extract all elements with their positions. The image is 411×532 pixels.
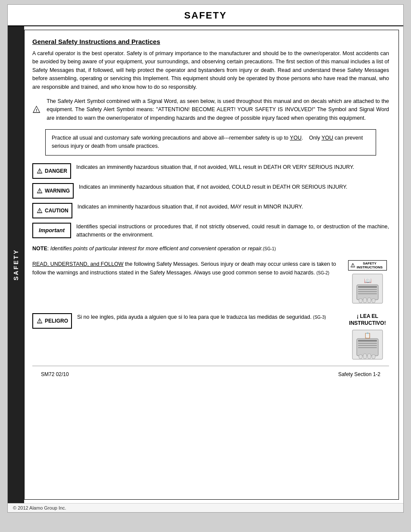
svg-text:!: !	[39, 169, 40, 173]
svg-text:!: !	[352, 264, 353, 267]
svg-rect-17	[358, 286, 377, 288]
signal-row-important: Important Identifies special instruction…	[32, 223, 389, 240]
warning-description: Indicates an imminently hazardous situat…	[79, 183, 347, 191]
svg-text:!: !	[36, 108, 37, 112]
svg-rect-35	[359, 355, 362, 359]
safety-instructions-label: ! SAFETYINSTRUCTIONS	[348, 260, 387, 271]
caution-description: Indicates an imminently hazardous situat…	[78, 203, 303, 211]
svg-rect-21	[359, 299, 362, 303]
note-ref: (SG-1)	[263, 246, 276, 251]
svg-rect-32	[358, 343, 377, 344]
svg-rect-23	[367, 298, 371, 303]
caution-badge: ! CAUTION	[32, 203, 72, 218]
svg-rect-18	[358, 289, 377, 290]
alert-symbol-row: ! The Safety Alert Symbol combined with …	[32, 97, 389, 122]
svg-rect-37	[367, 354, 371, 359]
caution-triangle-icon: !	[36, 207, 43, 214]
svg-text:!: !	[39, 189, 40, 193]
svg-rect-19	[358, 291, 377, 292]
content-footer: SM72 02/10 Safety Section 1-2	[32, 366, 389, 380]
alert-triangle-large-icon: !	[32, 97, 40, 121]
signal-row-danger: ! DANGER Indicates an imminently hazardo…	[32, 163, 389, 179]
signal-row-caution: ! CAUTION Indicates an imminently hazard…	[32, 203, 389, 218]
alert-symbol-description: The Safety Alert Symbol combined with a …	[47, 97, 389, 122]
safety-instructions-triangle-icon: !	[350, 263, 355, 268]
section-heading: General Safety Instructions and Practice…	[32, 38, 389, 45]
danger-triangle-icon: !	[36, 168, 43, 174]
svg-rect-34	[358, 347, 377, 348]
svg-rect-20	[358, 293, 377, 294]
svg-rect-22	[363, 298, 367, 303]
lea-el-label: ¡ LEA ELINSTRUCTIVO!	[349, 313, 386, 327]
peligro-section: ! PELIGRO Si no lee ingles, pida ayuda a…	[32, 313, 389, 361]
read-text-block: READ, UNDERSTAND, and FOLLOW the followi…	[32, 260, 339, 277]
footer-section: Safety Section 1-2	[338, 371, 380, 377]
signal-row-warning: ! WARNING Indicates an imminently hazard…	[32, 183, 389, 199]
side-tab: SAFETY	[8, 26, 24, 503]
note-label: NOTE	[32, 246, 47, 252]
svg-rect-36	[363, 354, 367, 359]
main-content: General Safety Instructions and Practice…	[24, 30, 399, 500]
peligro-right-icon: ¡ LEA ELINSTRUCTIVO! 📋	[346, 313, 389, 361]
peligro-badge: ! PELIGRO	[32, 313, 72, 329]
practice-box: Practice all usual and customary safe wo…	[45, 129, 376, 156]
important-description: Identifies special instructions or proce…	[76, 223, 389, 240]
copyright-bar: © 2012 Alamo Group Inc.	[8, 503, 403, 512]
note-italic-text: Identifies points of particular interest…	[49, 246, 263, 252]
note-line: NOTE: Identifies points of particular in…	[32, 245, 389, 253]
svg-rect-33	[358, 345, 377, 346]
svg-text:!: !	[39, 209, 40, 213]
svg-text:📖: 📖	[364, 277, 372, 284]
svg-rect-31	[358, 340, 377, 342]
peligro-triangle-icon: !	[36, 317, 43, 324]
svg-text:📋: 📋	[364, 332, 371, 339]
page-title: SAFETY	[8, 5, 403, 26]
footer-code: SM72 02/10	[41, 371, 69, 377]
important-badge: Important	[32, 223, 71, 238]
page-wrapper: SAFETY SAFETY General Safety Instruction…	[7, 4, 404, 513]
lea-el-manual-drawing: 📋	[350, 328, 385, 361]
intro-paragraph: A careful operator is the best operator.…	[32, 50, 389, 91]
svg-rect-38	[372, 355, 375, 359]
danger-description: Indicates an imminently hazardous situat…	[76, 163, 354, 171]
peligro-description: Si no lee ingles, pida ayuda a alguien q…	[77, 313, 326, 321]
danger-badge: ! DANGER	[32, 163, 71, 179]
safety-instructions-icon-box: ! SAFETYINSTRUCTIONS	[346, 260, 389, 305]
warning-triangle-icon: !	[36, 187, 43, 194]
read-section: READ, UNDERSTAND, and FOLLOW the followi…	[32, 260, 389, 305]
svg-rect-24	[372, 299, 375, 303]
safety-manual-drawing: 📖	[350, 272, 385, 305]
svg-text:!: !	[39, 319, 40, 323]
content-area: SAFETY General Safety Instructions and P…	[8, 26, 403, 503]
warning-badge: ! WARNING	[32, 183, 74, 199]
peligro-left: ! PELIGRO Si no lee ingles, pida ayuda a…	[32, 313, 340, 329]
